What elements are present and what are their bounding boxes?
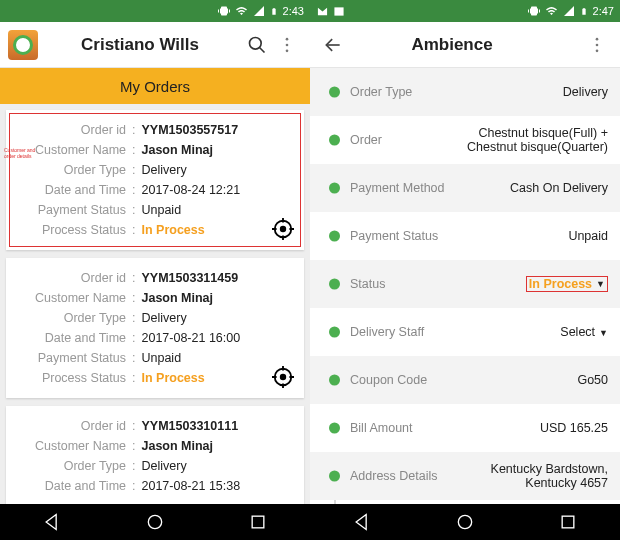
- label-payment-status: Payment Status: [12, 348, 132, 368]
- timeline-dot-icon: [329, 231, 340, 242]
- detail-value[interactable]: In Process▼: [458, 276, 608, 292]
- detail-value: USD 165.25: [458, 421, 608, 435]
- order-card[interactable]: Customer and order details Order id:YYM1…: [6, 110, 304, 250]
- label-order-type: Order Type: [12, 456, 132, 476]
- page-title: Cristiano Wills: [38, 35, 242, 55]
- detail-label: Payment Status: [350, 229, 458, 243]
- chevron-down-icon: ▼: [596, 279, 605, 289]
- value-order-type: Delivery: [141, 160, 186, 180]
- value-date-time: 2017-08-24 12:21: [141, 180, 240, 200]
- value-customer: Jason Minaj: [141, 436, 213, 456]
- order-card[interactable]: Order id:YYM1503311459 Customer Name:Jas…: [6, 258, 304, 398]
- timeline-dot-icon: [329, 87, 340, 98]
- detail-label: Coupon Code: [350, 373, 458, 387]
- more-vert-icon: [587, 35, 607, 55]
- svg-point-3: [286, 43, 289, 46]
- nav-back[interactable]: [347, 507, 377, 537]
- nav-back[interactable]: [37, 507, 67, 537]
- order-list[interactable]: Customer and order details Order id:YYM1…: [0, 104, 310, 504]
- status-time: 2:43: [283, 5, 304, 17]
- status-time: 2:47: [593, 5, 614, 17]
- target-icon[interactable]: [272, 218, 294, 240]
- label-order-id: Order id: [12, 268, 132, 288]
- timeline-dot-icon: [329, 279, 340, 290]
- svg-rect-10: [252, 516, 264, 528]
- detail-value[interactable]: Select▼: [458, 325, 608, 339]
- detail-row: Coupon CodeGo50: [310, 356, 620, 404]
- signal-icon: [253, 5, 265, 17]
- vibrate-icon: [528, 5, 540, 17]
- phone-right: 2:47 Ambience Order TypeDeliveryOrderChe…: [310, 0, 620, 540]
- overflow-button[interactable]: [582, 30, 612, 60]
- value-date-time: 2017-08-21 16:00: [141, 328, 240, 348]
- detail-row: Address DetailsKentucky Bardstown, Kentu…: [310, 452, 620, 500]
- detail-list[interactable]: Order TypeDeliveryOrderChestnut bisque(F…: [310, 68, 620, 504]
- svg-rect-17: [562, 516, 574, 528]
- detail-label: Order Type: [350, 85, 458, 99]
- detail-value: Chestnut bisque(Full) + Chestnut bisque(…: [458, 126, 608, 154]
- value-order-id: YYM1503311459: [141, 268, 238, 288]
- status-dropdown[interactable]: In Process▼: [526, 276, 608, 292]
- android-nav-bar: [310, 504, 620, 540]
- detail-label: Address Details: [350, 469, 458, 483]
- detail-label: Bill Amount: [350, 421, 458, 435]
- nav-home[interactable]: [450, 507, 480, 537]
- label-customer: Customer Name: [12, 436, 132, 456]
- target-icon[interactable]: [272, 366, 294, 388]
- wifi-icon: [235, 5, 248, 17]
- label-process-status: Process Status: [12, 220, 132, 240]
- chevron-down-icon: ▼: [599, 328, 608, 338]
- svg-point-4: [286, 49, 289, 52]
- label-date-time: Date and Time: [12, 476, 132, 496]
- timeline-dot-icon: [329, 471, 340, 482]
- svg-point-14: [596, 43, 599, 46]
- detail-row: Payment StatusUnpaid: [310, 212, 620, 260]
- toolbar: Cristiano Wills: [0, 22, 310, 68]
- order-card[interactable]: Order id:YYM1503310111 Customer Name:Jas…: [6, 406, 304, 504]
- svg-point-6: [280, 226, 286, 232]
- value-date-time: 2017-08-21 15:38: [141, 476, 240, 496]
- detail-label: Delivery Staff: [350, 325, 458, 339]
- nav-home[interactable]: [140, 507, 170, 537]
- orders-header: My Orders: [0, 68, 310, 104]
- more-vert-icon: [277, 35, 297, 55]
- page-title: Ambience: [322, 35, 582, 55]
- detail-value: Delivery: [458, 85, 608, 99]
- timeline-dot-icon: [329, 375, 340, 386]
- label-date-time: Date and Time: [12, 180, 132, 200]
- nav-recent[interactable]: [553, 507, 583, 537]
- value-process-status: In Process: [141, 220, 204, 240]
- svg-point-9: [148, 515, 161, 528]
- signal-icon: [563, 5, 575, 17]
- overflow-button[interactable]: [272, 30, 302, 60]
- value-order-id: YYM1503557517: [141, 120, 238, 140]
- value-order-type: Delivery: [141, 456, 186, 476]
- nav-recent[interactable]: [243, 507, 273, 537]
- svg-point-2: [286, 37, 289, 40]
- detail-value: Cash On Delivery: [458, 181, 608, 195]
- detail-row[interactable]: Delivery StaffSelect▼: [310, 308, 620, 356]
- value-process-status: In Process: [141, 368, 204, 388]
- android-nav-bar: [0, 504, 310, 540]
- value-customer: Jason Minaj: [141, 140, 213, 160]
- detail-row: Order TypeDelivery: [310, 68, 620, 116]
- toolbar: Ambience: [310, 22, 620, 68]
- value-payment-status: Unpaid: [141, 200, 181, 220]
- vibrate-icon: [218, 5, 230, 17]
- label-order-id: Order id: [12, 416, 132, 436]
- detail-value: Go50: [458, 373, 608, 387]
- app-icon[interactable]: [8, 30, 38, 60]
- timeline-dot-icon: [329, 135, 340, 146]
- status-bar: 2:43: [0, 0, 310, 22]
- battery-icon: [580, 5, 588, 18]
- search-button[interactable]: [242, 30, 272, 60]
- svg-point-16: [458, 515, 471, 528]
- detail-value: Unpaid: [458, 229, 608, 243]
- value-order-type: Delivery: [141, 308, 186, 328]
- wifi-icon: [545, 5, 558, 17]
- value-order-id: YYM1503310111: [141, 416, 238, 436]
- detail-row[interactable]: StatusIn Process▼: [310, 260, 620, 308]
- status-right: 2:43: [218, 5, 304, 18]
- phone-left: 2:43 Cristiano Wills My Orders Customer …: [0, 0, 310, 540]
- timeline-dot-icon: [329, 423, 340, 434]
